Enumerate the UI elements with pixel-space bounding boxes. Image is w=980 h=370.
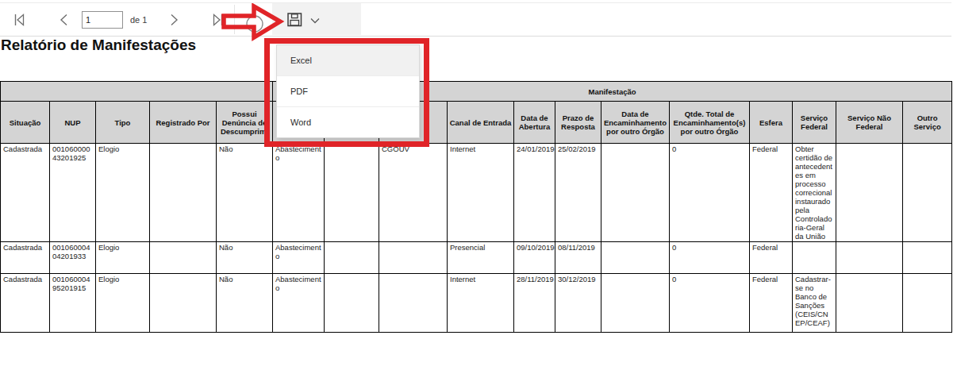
column-header-outro-servico: Outro Serviço (903, 102, 952, 144)
group-header-empty (1, 82, 273, 102)
column-header-registrado-por: Registrado Por (150, 102, 217, 144)
toolbar-separator (234, 5, 235, 34)
export-menu: Excel PDF Word (276, 44, 420, 138)
table-cell (325, 242, 379, 274)
table-row: Cadastrada 00106000495201915 Elogio Não … (1, 274, 952, 333)
table-cell: Cadastrada (1, 242, 50, 274)
table-cell: Elogio (96, 242, 150, 274)
table-cell (836, 242, 903, 274)
save-icon (287, 13, 303, 27)
next-page-button[interactable] (163, 10, 184, 31)
table-cell: 00106000495201915 (50, 274, 96, 333)
table-row: Cadastrada 00106000043201925 Elogio Não … (1, 144, 952, 242)
next-page-icon (165, 19, 183, 31)
table-cell: Internet (448, 144, 514, 242)
table-row: Cadastrada 00106000404201933 Elogio Não … (1, 242, 952, 274)
table-cell (379, 274, 448, 333)
table-cell (150, 144, 217, 242)
table-cell: Abastecimento (273, 242, 325, 274)
table-cell (836, 144, 903, 242)
export-menu-item-excel[interactable]: Excel (277, 45, 419, 75)
table-cell (325, 274, 379, 333)
table-cell (150, 274, 217, 333)
table-cell (793, 242, 836, 274)
column-header-esfera: Esfera (750, 102, 793, 144)
table-cell: 00106000404201933 (50, 242, 96, 274)
table-group-header-row: Manifestação (1, 82, 952, 102)
column-header-prazo-de-resposta: Prazo de Resposta (555, 102, 601, 144)
table-cell (379, 242, 448, 274)
table-cell: Elogio (96, 144, 150, 242)
table-cell: 08/11/2019 (555, 242, 601, 274)
table-cell (601, 274, 670, 333)
first-page-icon (11, 19, 29, 31)
export-menu-item-pdf[interactable]: PDF (277, 75, 419, 106)
table-cell: Elogio (96, 274, 150, 333)
table-cell: Não (217, 274, 273, 333)
toolbar: de 1 (0, 2, 951, 37)
table-cell: 0 (670, 144, 750, 242)
table-cell (903, 242, 952, 274)
table-cell: Presencial (448, 242, 514, 274)
table-cell (601, 242, 670, 274)
column-header-servico-nao-federal: Serviço Não Federal (836, 102, 903, 144)
export-menu-item-word[interactable]: Word (277, 106, 419, 137)
page-number-input[interactable] (82, 11, 123, 29)
export-button[interactable] (272, 3, 361, 35)
column-header-nup: NUP (50, 102, 96, 144)
table-cell: Não (217, 242, 273, 274)
table-cell (601, 144, 670, 242)
table-cell (836, 274, 903, 333)
table-cell (150, 242, 217, 274)
column-header-canal-de-entrada: Canal de Entrada (448, 102, 514, 144)
report-table: Manifestação Situação NUP Tipo Registrad… (0, 81, 952, 333)
last-page-icon (209, 19, 226, 31)
table-cell: Cadastrar-se no Banco de Sanções (CEIS/C… (793, 274, 836, 333)
chevron-down-icon (309, 17, 321, 25)
previous-page-button[interactable] (54, 10, 75, 31)
last-page-button[interactable] (207, 10, 228, 31)
report-viewer: de 1 (0, 0, 980, 370)
table-cell: Cadastrada (1, 144, 50, 242)
column-header-data-encaminhamento: Data de Encaminhamento por outro Órgão (601, 102, 670, 144)
column-header-situacao: Situação (1, 102, 50, 144)
previous-page-icon (56, 19, 73, 31)
report-title: Relatório de Manifestações (1, 37, 196, 54)
table-cell: 28/11/2019 (514, 274, 555, 333)
table-cell: Federal (750, 144, 793, 242)
table-cell: 0 (670, 242, 750, 274)
table-header-row: Situação NUP Tipo Registrado Por Possui … (1, 102, 952, 144)
table-cell (325, 144, 379, 242)
table-cell (903, 274, 952, 333)
table-cell: Federal (750, 274, 793, 333)
table-cell: CGOUV (379, 144, 448, 242)
refresh-icon[interactable] (244, 13, 265, 34)
column-header-tipo: Tipo (96, 102, 150, 144)
column-header-qtde-encaminhamentos: Qtde. Total de Encaminhamento(s) por out… (670, 102, 750, 144)
table-cell: 09/10/2019 (514, 242, 555, 274)
table-cell (903, 144, 952, 242)
table-cell: Federal (750, 242, 793, 274)
table-cell: Abastecimento (273, 144, 325, 242)
column-header-data-de-abertura: Data de Abertura (514, 102, 555, 144)
table-cell: Não (217, 144, 273, 242)
column-header-servico-federal: Serviço Federal (793, 102, 836, 144)
first-page-button[interactable] (10, 10, 30, 31)
table-cell: 30/12/2019 (555, 274, 601, 333)
page-count-label: de 1 (130, 15, 147, 25)
table-cell: Internet (448, 274, 514, 333)
column-header-possui-denuncia: Possui Denúncia de Descumprim. (217, 102, 273, 144)
table-cell: Obter certidão de antecedentes em proces… (793, 144, 836, 242)
table-cell: 00106000043201925 (50, 144, 96, 242)
table-cell: Abastecimento (273, 274, 325, 333)
table-cell: 25/02/2019 (555, 144, 601, 242)
table-cell: Cadastrada (1, 274, 50, 333)
table-cell: 24/01/2019 (514, 144, 555, 242)
table-cell: 0 (670, 274, 750, 333)
